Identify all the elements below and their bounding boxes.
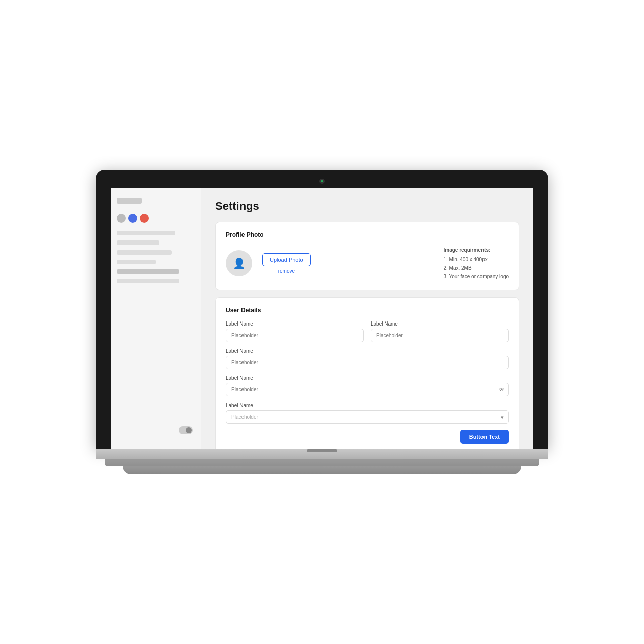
form-group-1: Label Name <box>226 321 364 342</box>
laptop-stand <box>123 466 521 474</box>
sidebar-nav-2[interactable] <box>117 240 159 245</box>
profile-photo-section-title: Profile Photo <box>226 231 509 238</box>
laptop-container: Settings Profile Photo 👤 Upload Photo re… <box>96 170 548 474</box>
form-actions: Button Text <box>226 430 509 444</box>
laptop-hinge <box>307 449 337 452</box>
logo-block <box>117 198 142 204</box>
sidebar <box>111 188 201 449</box>
avatar-blue <box>128 214 137 223</box>
sidebar-logo <box>117 198 195 204</box>
user-icon: 👤 <box>233 257 246 269</box>
screen-bezel: Settings Profile Photo 👤 Upload Photo re… <box>96 170 548 449</box>
label-3: Label Name <box>226 348 509 354</box>
form-row-2: Label Name <box>226 348 509 369</box>
main-content: Settings Profile Photo 👤 Upload Photo re… <box>201 188 533 449</box>
sidebar-toggle[interactable] <box>179 426 193 434</box>
laptop-foot <box>105 459 539 466</box>
upload-photo-button[interactable]: Upload Photo <box>262 253 311 266</box>
label-1: Label Name <box>226 321 364 327</box>
remove-link[interactable]: remove <box>262 268 311 274</box>
input-field-3[interactable] <box>226 356 509 369</box>
req-2: 2. Max. 2MB <box>443 264 509 272</box>
upload-section: Upload Photo remove <box>262 253 311 274</box>
save-button[interactable]: Button Text <box>460 430 509 444</box>
image-requirements: Image requirments: 1. Min. 400 x 400px 2… <box>443 246 509 281</box>
eye-icon[interactable]: 👁 <box>499 386 505 393</box>
sidebar-nav-1[interactable] <box>117 231 175 235</box>
form-group-5: Label Name Placeholder <box>226 403 509 424</box>
profile-photo-row: 👤 Upload Photo remove Image requirments:… <box>226 246 509 281</box>
input-field-4[interactable] <box>226 383 509 396</box>
sidebar-nav-4[interactable] <box>117 260 156 264</box>
form-row-1: Label Name Label Name <box>226 321 509 342</box>
password-input-wrapper: 👁 <box>226 383 509 396</box>
sidebar-nav-3[interactable] <box>117 250 172 255</box>
sidebar-avatar-row <box>117 214 195 223</box>
form-group-4: Label Name 👁 <box>226 375 509 396</box>
user-details-section-title: User Details <box>226 307 509 314</box>
form-group-2: Label Name <box>371 321 509 342</box>
label-4: Label Name <box>226 375 509 381</box>
screen: Settings Profile Photo 👤 Upload Photo re… <box>111 188 533 449</box>
req-3: 3. Your face or company logo <box>443 272 509 281</box>
profile-photo-card: Profile Photo 👤 Upload Photo remove Imag… <box>215 222 519 290</box>
label-5: Label Name <box>226 403 509 408</box>
input-field-2[interactable] <box>371 329 509 342</box>
req-1: 1. Min. 400 x 400px <box>443 255 509 264</box>
laptop-base <box>96 449 548 459</box>
req-title: Image requirments: <box>443 246 509 254</box>
avatar-gray <box>117 214 126 223</box>
form-row-4: Label Name Placeholder <box>226 403 509 424</box>
form-group-3: Label Name <box>226 348 509 369</box>
form-row-3: Label Name 👁 <box>226 375 509 396</box>
avatar-red <box>140 214 149 223</box>
sidebar-nav-5[interactable] <box>117 269 179 274</box>
label-2: Label Name <box>371 321 509 327</box>
camera-notch <box>319 179 325 184</box>
page-title: Settings <box>215 200 519 213</box>
sidebar-nav-6[interactable] <box>117 279 179 283</box>
select-wrapper: Placeholder <box>226 410 509 424</box>
select-field[interactable]: Placeholder <box>226 410 509 424</box>
user-details-card: User Details Label Name Label Name <box>215 297 519 449</box>
avatar-circle: 👤 <box>226 250 252 276</box>
input-field-1[interactable] <box>226 329 364 342</box>
